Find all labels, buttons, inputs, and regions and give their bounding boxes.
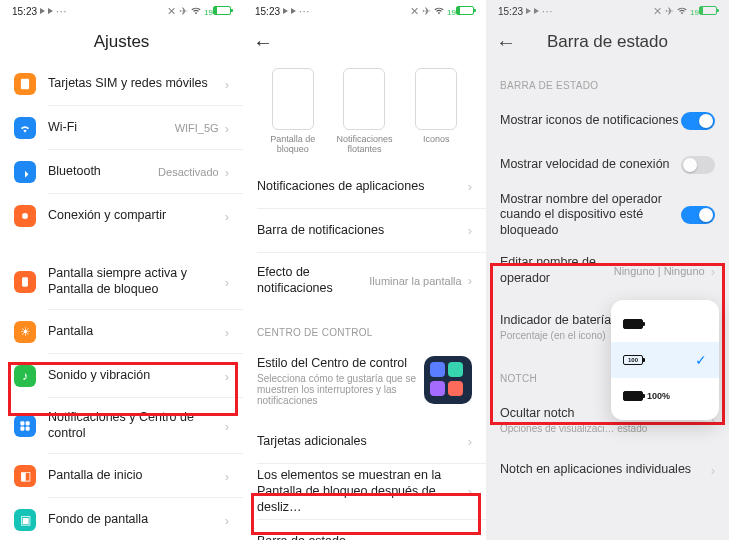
settings-screen: 15:23 ··· ✕ ✈ 19 Ajustes Tarjetas SIM y … — [0, 0, 243, 540]
row-extra-cards[interactable]: Tarjetas adicionales › — [243, 420, 486, 464]
row-wifi[interactable]: Wi-Fi WIFI_5G › — [0, 106, 243, 150]
chevron-right-icon: › — [225, 469, 229, 484]
row-sound[interactable]: ♪ Sonido y vibración › — [0, 354, 243, 398]
airplane-icon: ✈ — [179, 5, 188, 18]
chevron-right-icon: › — [225, 419, 229, 434]
section-control-center: CENTRO DE CONTROL — [243, 309, 486, 346]
row-status-bar[interactable]: Barra de estado › — [243, 520, 486, 540]
row-notch-apps[interactable]: Notch en aplicaciones individuales › — [486, 448, 729, 492]
chevron-right-icon: › — [468, 179, 472, 194]
battery-indicator-popup: 100 ✓ 100% — [611, 300, 719, 420]
more-icon: ··· — [542, 6, 553, 17]
row-notification-effect[interactable]: Efecto de notificaciones Iluminar la pan… — [243, 253, 486, 309]
row-sim[interactable]: Tarjetas SIM y redes móviles › — [0, 62, 243, 106]
row-wallpaper[interactable]: ▣ Fondo de pantalla › — [0, 498, 243, 540]
svg-rect-6 — [26, 427, 30, 431]
play-icon — [526, 8, 531, 14]
svg-rect-2 — [22, 277, 28, 286]
row-show-carrier[interactable]: Mostrar nombre del operador cuando el di… — [486, 187, 729, 243]
toggle[interactable] — [681, 112, 715, 130]
card-icons[interactable]: Iconos — [407, 68, 465, 155]
card-lockscreen[interactable]: Pantalla de bloqueo — [264, 68, 322, 155]
popup-option-percent-outside[interactable]: 100% — [611, 378, 719, 414]
lockscreen-thumb — [272, 68, 314, 130]
row-app-notifications[interactable]: Notificaciones de aplicaciones › — [243, 165, 486, 209]
row-aod[interactable]: Pantalla siempre activa y Pantalla de bl… — [0, 254, 243, 310]
row-lock-elements[interactable]: Los elementos se muestran en la Pantalla… — [243, 464, 486, 520]
svg-rect-4 — [26, 421, 30, 425]
card-floating[interactable]: Notificaciones flotantes — [335, 68, 393, 155]
row-display[interactable]: ☀ Pantalla › — [0, 310, 243, 354]
play-icon — [291, 8, 296, 14]
chevron-right-icon: › — [225, 325, 229, 340]
mute-icon: ✕ — [653, 5, 662, 18]
wifi-icon — [14, 117, 36, 139]
battery-solid-icon — [623, 391, 643, 401]
chevron-right-icon: › — [225, 513, 229, 528]
page-title: Ajustes — [0, 22, 243, 62]
toggle[interactable] — [681, 206, 715, 224]
toggle[interactable] — [681, 156, 715, 174]
play-icon — [534, 8, 539, 14]
check-icon: ✓ — [695, 352, 707, 368]
bluetooth-icon — [14, 161, 36, 183]
status-bar: 15:23 ··· ✕ ✈ 19 — [243, 0, 486, 22]
battery-percent-inside-icon: 100 — [623, 355, 643, 365]
icons-thumb — [415, 68, 457, 130]
svg-rect-0 — [21, 79, 29, 90]
chevron-right-icon: › — [225, 165, 229, 180]
clock: 15:23 — [12, 6, 37, 17]
sound-icon: ♪ — [14, 365, 36, 387]
lock-screen-icon — [14, 271, 36, 293]
battery-solid-icon — [623, 319, 643, 329]
clock: 15:23 — [498, 6, 523, 17]
row-cc-style[interactable]: Estilo del Centro de control Selecciona … — [243, 346, 486, 420]
status-bar: 15:23 ··· ✕ ✈ 19 — [486, 0, 729, 22]
row-notification-bar[interactable]: Barra de notificaciones › — [243, 209, 486, 253]
popup-option-icon-only[interactable] — [611, 306, 719, 342]
chevron-right-icon: › — [468, 434, 472, 449]
row-show-speed[interactable]: Mostrar velocidad de conexión — [486, 143, 729, 187]
svg-rect-5 — [20, 427, 24, 431]
status-bar-screen: 15:23 ··· ✕ ✈ 19 ← Barra de estado BARRA… — [486, 0, 729, 540]
control-center-icon — [424, 356, 472, 404]
svg-point-1 — [22, 213, 28, 219]
chevron-right-icon: › — [711, 463, 715, 478]
page-header: ← — [243, 22, 486, 62]
popup-option-percent-inside[interactable]: 100 ✓ — [611, 342, 719, 378]
chevron-right-icon: › — [225, 77, 229, 92]
section-status-bar: BARRA DE ESTADO — [486, 62, 729, 99]
display-icon: ☀ — [14, 321, 36, 343]
svg-rect-3 — [20, 421, 24, 425]
wifi-icon — [434, 6, 444, 16]
battery-icon: 19 — [690, 6, 717, 17]
play-icon — [283, 8, 288, 14]
row-show-icons[interactable]: Mostrar iconos de notificaciones — [486, 99, 729, 143]
row-edit-carrier[interactable]: Editar nombre de operador Ninguno | Ning… — [486, 243, 729, 299]
wallpaper-icon: ▣ — [14, 509, 36, 531]
more-icon: ··· — [299, 6, 310, 17]
clock: 15:23 — [255, 6, 280, 17]
row-share[interactable]: Conexión y compartir › — [0, 194, 243, 238]
mute-icon: ✕ — [410, 5, 419, 18]
chevron-right-icon: › — [468, 273, 472, 288]
row-home[interactable]: ◧ Pantalla de inicio › — [0, 454, 243, 498]
wifi-icon — [191, 6, 201, 16]
status-bar: 15:23 ··· ✕ ✈ 19 — [0, 0, 243, 22]
row-notifications[interactable]: Notificaciones y Centro de control › — [0, 398, 243, 454]
airplane-icon: ✈ — [665, 5, 674, 18]
chevron-right-icon: › — [711, 264, 715, 279]
chevron-right-icon: › — [225, 369, 229, 384]
floating-thumb — [343, 68, 385, 130]
back-button[interactable]: ← — [496, 31, 516, 54]
chevron-right-icon: › — [225, 121, 229, 136]
chevron-right-icon: › — [225, 209, 229, 224]
more-icon: ··· — [56, 6, 67, 17]
row-bluetooth[interactable]: Bluetooth Desactivado › — [0, 150, 243, 194]
home-icon: ◧ — [14, 465, 36, 487]
back-button[interactable]: ← — [253, 31, 273, 54]
wifi-icon — [677, 6, 687, 16]
chevron-right-icon: › — [468, 534, 472, 540]
page-title: Barra de estado — [547, 32, 668, 52]
share-icon — [14, 205, 36, 227]
